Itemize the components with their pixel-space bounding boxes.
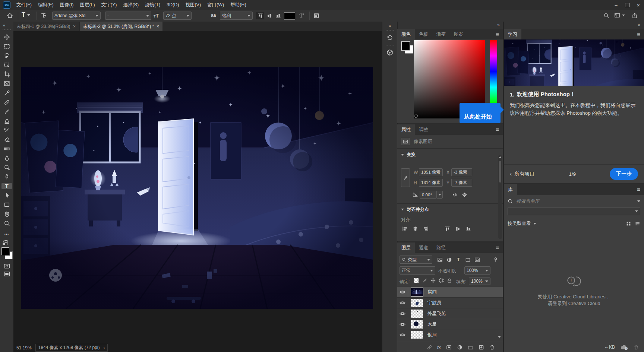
frame-tool[interactable] xyxy=(0,80,13,87)
opacity-select[interactable]: 100% xyxy=(464,266,490,275)
toolbar-collapse-button[interactable]: » xyxy=(0,22,13,28)
x-field[interactable]: -3 像素 xyxy=(451,168,472,176)
quick-mask-button[interactable] xyxy=(0,263,13,269)
document-tab-untitled2-active[interactable]: 未标题-2 @ 51.2% (房间, RGB/8*) * × xyxy=(80,22,162,31)
menu-item-edit[interactable]: 编辑(E) xyxy=(35,2,57,8)
layer-name[interactable]: 银河 xyxy=(427,332,437,338)
all-tutorials-back-button[interactable]: ‹ 所有项目 xyxy=(510,171,534,177)
crop-tool[interactable] xyxy=(0,71,13,77)
layer-name[interactable]: 房间 xyxy=(427,289,437,295)
swap-colors-button[interactable] xyxy=(2,240,8,247)
history-brush-tool[interactable] xyxy=(0,127,13,133)
layer-thumbnail[interactable] xyxy=(411,320,423,329)
layers-panel-menu-icon[interactable]: ≡ xyxy=(496,245,499,250)
cloud-sync-icon[interactable] xyxy=(620,344,628,350)
filter-type-layers-icon[interactable]: T xyxy=(455,257,461,263)
menu-item-window[interactable]: 窗口(W) xyxy=(204,2,227,8)
properties-scrollbar[interactable] xyxy=(498,155,502,239)
align-text-center-button[interactable] xyxy=(265,12,273,19)
tab-libraries[interactable]: 库 xyxy=(504,184,517,195)
menu-item-file[interactable]: 文件(F) xyxy=(13,2,35,8)
flip-horizontal-button[interactable] xyxy=(452,191,458,197)
hand-tool[interactable] xyxy=(0,211,13,217)
brush-tool[interactable] xyxy=(0,108,13,115)
color-panel-menu-icon[interactable]: ≡ xyxy=(496,31,499,37)
workspace-switcher[interactable] xyxy=(614,12,625,18)
tab-learn[interactable]: 学习 xyxy=(504,29,521,39)
search-button[interactable] xyxy=(603,12,609,19)
angle-dropdown[interactable] xyxy=(437,191,443,199)
foreground-color-swatch[interactable] xyxy=(401,41,410,51)
home-button[interactable] xyxy=(7,12,13,19)
lock-artboard-button[interactable] xyxy=(438,278,444,283)
tab-patterns[interactable]: 图案 xyxy=(450,29,467,39)
object-selection-tool[interactable] xyxy=(0,62,13,68)
menu-item-3d[interactable]: 3D(D) xyxy=(164,2,182,7)
properties-panel-menu-icon[interactable]: ≡ xyxy=(496,127,499,132)
shape-tool[interactable] xyxy=(0,202,13,208)
tab-swatches[interactable]: 色板 xyxy=(415,29,432,39)
window-minimize-button[interactable]: – xyxy=(610,0,622,10)
current-tool-button[interactable]: T xyxy=(22,12,30,18)
align-middle-v-button[interactable] xyxy=(455,226,461,232)
lock-transparency-button[interactable] xyxy=(414,278,419,283)
document-info[interactable]: 1844 像素 x 1268 像素 (72 ppi) › xyxy=(35,344,108,352)
align-text-left-button[interactable] xyxy=(256,12,264,19)
eyedropper-tool[interactable] xyxy=(0,90,13,96)
align-text-right-button[interactable] xyxy=(274,12,282,19)
align-right-button[interactable] xyxy=(423,226,429,232)
menu-item-image[interactable]: 图像(I) xyxy=(57,2,77,8)
align-top-button[interactable] xyxy=(444,226,450,232)
grid-view-icon[interactable] xyxy=(625,221,631,227)
filter-shape-layers-icon[interactable] xyxy=(465,257,471,263)
gradient-tool[interactable] xyxy=(0,146,13,152)
tab-properties[interactable]: 属性 xyxy=(397,124,415,135)
filter-adjustment-layers-icon[interactable] xyxy=(446,257,452,263)
link-layers-button[interactable] xyxy=(426,344,432,350)
libraries-panel-menu-icon[interactable]: ≡ xyxy=(637,187,640,192)
new-layer-button[interactable] xyxy=(478,344,484,350)
layer-name[interactable]: 外星飞船 xyxy=(427,311,446,317)
library-select[interactable] xyxy=(508,207,640,215)
tab-paths[interactable]: 路径 xyxy=(432,242,450,253)
section-collapse-icon[interactable] xyxy=(401,154,404,156)
zoom-tool[interactable] xyxy=(0,220,13,226)
type-tool[interactable]: T xyxy=(1,183,12,189)
layer-filter-select[interactable]: 类型 xyxy=(400,256,432,264)
lock-pixels-button[interactable] xyxy=(422,278,428,283)
foreground-color-swatch[interactable] xyxy=(1,247,9,255)
adjustment-layer-button[interactable] xyxy=(457,344,463,350)
canvas-image-room[interactable] xyxy=(21,67,373,309)
tab-channels[interactable]: 通道 xyxy=(415,242,432,253)
layer-row-alien-ship[interactable]: 外星飞船 xyxy=(397,308,503,319)
layer-thumbnail[interactable] xyxy=(411,331,423,339)
learn-panel-menu-icon[interactable]: ≡ xyxy=(637,31,640,37)
document-tab-untitled1[interactable]: 未标题-1 @ 33.3%(RGB/8) × xyxy=(13,22,79,31)
learn-column-collapse-button[interactable]: » xyxy=(638,22,640,28)
height-field[interactable]: 1314 像素 xyxy=(419,179,443,187)
visibility-eye-icon[interactable] xyxy=(397,300,408,306)
align-left-button[interactable] xyxy=(402,226,408,232)
visibility-eye-icon[interactable] xyxy=(397,289,408,295)
tab-layers[interactable]: 图层 xyxy=(397,242,415,253)
3d-panel-icon[interactable] xyxy=(385,48,395,57)
layer-name[interactable]: 木星 xyxy=(427,321,437,328)
view-by-type-select[interactable]: 按类型查看 xyxy=(508,221,536,227)
panel-column-collapse-button[interactable]: » xyxy=(497,22,500,28)
close-icon[interactable]: × xyxy=(157,24,159,29)
visibility-eye-icon[interactable] xyxy=(397,332,408,338)
layer-row-galaxy[interactable]: 银河 xyxy=(397,330,503,340)
pen-tool[interactable] xyxy=(0,174,13,180)
y-field[interactable]: -7 像素 xyxy=(451,179,472,187)
spot-healing-tool[interactable] xyxy=(0,99,13,105)
layer-row-astronaut[interactable]: 宇航员 xyxy=(397,298,503,308)
dodge-tool[interactable] xyxy=(0,164,13,171)
menu-item-filter[interactable]: 滤镜(T) xyxy=(142,2,163,8)
share-button[interactable] xyxy=(631,12,638,19)
start-here-tooltip[interactable]: 从此处开始 xyxy=(460,103,501,123)
warp-text-button[interactable] xyxy=(298,12,304,19)
section-collapse-icon[interactable] xyxy=(401,209,404,210)
filter-toggle-icon[interactable] xyxy=(493,257,499,263)
filter-smart-objects-icon[interactable] xyxy=(474,257,480,263)
chevron-down-icon[interactable] xyxy=(637,200,640,202)
